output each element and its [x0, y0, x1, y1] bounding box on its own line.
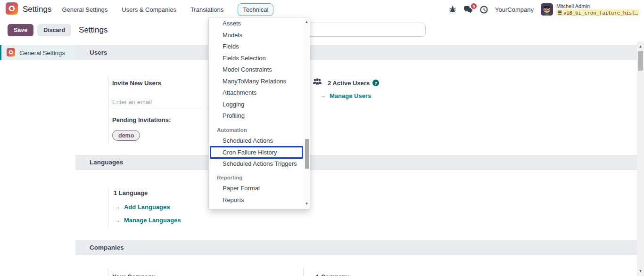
technical-menu-item[interactable]: Reports [209, 195, 310, 206]
technical-dropdown-menu: AssetsModelsFieldsFields SelectionModel … [208, 17, 310, 210]
arrow-right-icon: → [114, 217, 120, 224]
add-languages-link[interactable]: → Add Languages [114, 203, 170, 211]
top-menu-item[interactable]: Translations [190, 4, 223, 16]
arrow-right-icon: → [320, 92, 326, 99]
odoo-settings-page: Settings General SettingsUsers & Compani… [0, 0, 644, 276]
top-navbar: Settings General SettingsUsers & Compani… [0, 0, 644, 19]
app-switcher[interactable]: Settings [6, 2, 51, 16]
messages-icon[interactable]: 6 [463, 6, 473, 14]
language-count-label: 1 Language [114, 189, 148, 196]
scroll-up-icon[interactable]: ▲ [637, 44, 644, 49]
technical-menu-section-header: Automation [209, 125, 310, 135]
general-settings-icon [7, 48, 15, 58]
page-scrollbar[interactable]: ▲ ▼ [637, 41, 644, 276]
manage-languages-link[interactable]: → Manage Languages [114, 217, 181, 224]
section-header-languages: Languages [75, 155, 637, 170]
technical-menu-item[interactable]: Paper Format [209, 183, 310, 195]
setting-box-divider [108, 187, 108, 227]
section-header-companies: Companies [75, 240, 637, 255]
active-users-stat: 2 Active Users ? [313, 78, 379, 88]
company-count-label: 1 Company [316, 273, 349, 276]
user-menu[interactable]: Mitchell Admin v18_bi_cron_failure_hist… [541, 3, 639, 16]
sidebar-item-general-settings[interactable]: General Settings [0, 45, 75, 60]
technical-menu-item[interactable]: Fields [209, 41, 310, 53]
technical-menu-section-header: Reporting [209, 172, 310, 183]
help-icon[interactable]: ? [372, 80, 379, 86]
scroll-down-icon[interactable]: ▼ [304, 202, 310, 206]
technical-menu-item[interactable]: Cron Failure History [210, 146, 303, 159]
technical-menu-item[interactable]: Assets [209, 18, 310, 30]
top-menu-item[interactable]: General Settings [62, 4, 107, 16]
technical-menu-item[interactable]: Logging [209, 99, 310, 111]
control-panel: Save Discard Settings [0, 19, 644, 41]
discard-button[interactable]: Discard [37, 24, 71, 36]
dropdown-scrollbar-thumb[interactable] [305, 139, 309, 169]
user-name: Mitchell Admin [556, 3, 639, 9]
invite-new-users-label: Invite New Users [112, 80, 161, 87]
message-count-badge: 6 [470, 2, 478, 10]
odoo-settings-logo-icon [6, 2, 18, 16]
technical-menu-item[interactable]: Scheduled Actions [209, 135, 310, 147]
technical-menu-item[interactable]: Fields Selection [209, 53, 310, 65]
activities-clock-icon[interactable] [480, 6, 488, 14]
sidebar-item-label: General Settings [19, 49, 65, 57]
scroll-down-icon[interactable]: ▼ [637, 269, 644, 273]
breadcrumb: Settings [79, 25, 107, 35]
dropdown-scrollbar[interactable]: ▲ ▼ [304, 17, 310, 208]
settings-main: Users Invite New Users Pending Invitatio… [75, 41, 637, 276]
setting-box-divider [108, 77, 108, 144]
navbar-right: 6 YourCompany [449, 3, 639, 16]
company-label: Your Company [112, 273, 156, 276]
setting-box-divider [303, 268, 304, 276]
pending-invitations-tags: demo [112, 130, 140, 141]
pending-invitation-tag[interactable]: demo [112, 130, 140, 141]
technical-menu-item[interactable]: Scheduled Actions Triggers [209, 158, 310, 170]
company-switcher[interactable]: YourCompany [495, 6, 534, 13]
manage-users-link[interactable]: → Manage Users [320, 92, 371, 99]
top-menu: General SettingsUsers & CompaniesTransla… [62, 3, 273, 16]
technical-menu-item[interactable]: Profiling [209, 110, 310, 122]
section-header-users: Users [75, 45, 637, 60]
users-group-icon [313, 78, 322, 88]
scrollbar-thumb[interactable] [638, 51, 643, 71]
top-menu-item[interactable]: Technical [238, 3, 273, 16]
app-title: Settings [23, 5, 51, 14]
technical-menu-item[interactable]: Model Constraints [209, 64, 310, 76]
active-users-label: 2 Active Users [328, 80, 370, 87]
technical-menu-item[interactable]: Models [209, 30, 310, 41]
technical-menu-item[interactable]: Attachments [209, 87, 310, 99]
user-avatar [541, 3, 553, 16]
pending-invitations-label: Pending Invitations: [112, 116, 171, 123]
database-name: v18_bi_cron_failure_hist… [563, 10, 638, 16]
debug-bug-icon[interactable] [449, 6, 456, 13]
database-badge: v18_bi_cron_failure_hist… [556, 9, 639, 16]
save-button[interactable]: Save [8, 24, 33, 36]
technical-menu-item[interactable]: ManyToMany Relations [209, 76, 310, 88]
top-menu-item[interactable]: Users & Companies [122, 4, 176, 16]
arrow-right-icon: → [114, 203, 120, 211]
settings-sidebar: General Settings [0, 41, 75, 276]
database-icon [558, 10, 562, 15]
scroll-up-icon[interactable]: ▲ [304, 20, 310, 24]
setting-box-divider [108, 268, 108, 276]
